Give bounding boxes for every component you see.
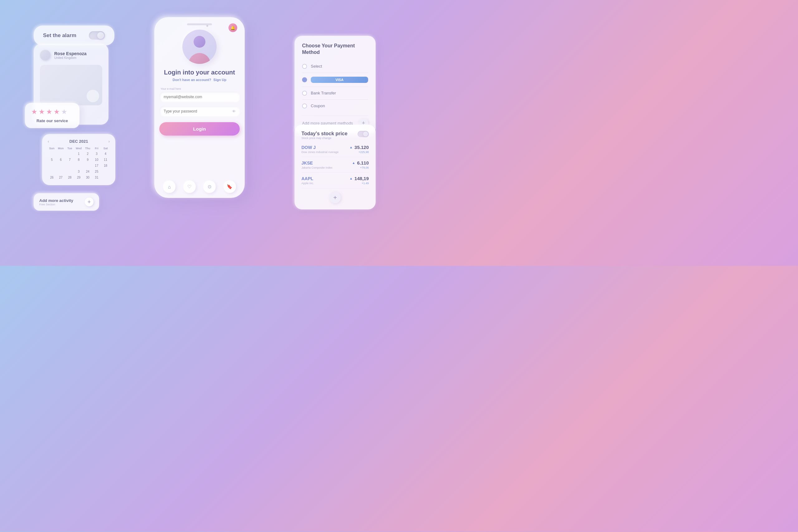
radio-bank[interactable] <box>302 91 307 96</box>
cal-day[interactable]: 18 <box>101 163 110 168</box>
rating-card: ★ ★ ★ ★ ★ Rate our service <box>25 103 79 128</box>
stock-value-aapl: 148,19 <box>355 176 369 181</box>
stock-row-bottom: Jakarta Composite Index +79,06 <box>301 166 369 169</box>
cal-day <box>65 151 74 156</box>
nav-home-button[interactable]: ⌂ <box>163 180 175 193</box>
stock-change-jkse: +79,06 <box>360 166 369 169</box>
cal-day[interactable]: 27 <box>57 175 65 180</box>
add-stock-button[interactable]: + <box>329 192 341 203</box>
scene: Set the alarm Rose Espenoza United Kingd… <box>0 0 399 266</box>
rating-label: Rate our service <box>31 118 73 123</box>
cal-day[interactable]: 11 <box>101 157 110 163</box>
cal-day <box>57 169 65 174</box>
stock-ticker-aapl: AAPL <box>301 176 313 181</box>
stock-name-dow: Dow Jones Industrial Average <box>301 151 339 154</box>
login-button[interactable]: Login <box>159 122 240 136</box>
cal-day[interactable]: 3 <box>93 151 101 156</box>
cal-day[interactable]: 6 <box>57 157 65 163</box>
cal-day[interactable]: 28 <box>65 175 74 180</box>
cal-header-mon: Mon <box>57 146 65 151</box>
sign-up-link[interactable]: Sign Up <box>213 78 227 82</box>
cal-day[interactable]: 2 <box>83 151 92 156</box>
cal-day[interactable]: 29 <box>75 175 83 180</box>
star-3[interactable]: ★ <box>46 108 52 116</box>
cal-day[interactable]: 1 <box>75 151 83 156</box>
stock-add-btn-container: + <box>301 192 369 203</box>
email-input-group: Your e-mail here <box>159 87 240 102</box>
cal-day[interactable]: 31 <box>93 175 101 180</box>
cal-day[interactable]: 8 <box>75 157 83 163</box>
profile-location: United Kingdom <box>54 56 86 59</box>
payment-select-label: Select <box>311 64 368 69</box>
cal-header-tue: Tue <box>65 146 74 151</box>
radio-visa[interactable] <box>302 77 307 82</box>
cal-day[interactable]: 4 <box>101 151 110 156</box>
payment-card: Choose Your Payment Method Select VISA B… <box>294 36 376 135</box>
stock-card: Today's stock price Stock price may chan… <box>294 125 376 209</box>
password-input[interactable] <box>159 106 240 117</box>
calendar-grid: Sun Mon Tue Wed Thu Fri Sat 1 2 3 4 5 6 … <box>48 146 110 180</box>
cal-day[interactable]: 24 <box>83 169 92 174</box>
payment-option-select[interactable]: Select <box>302 61 368 71</box>
cal-header-sun: Sun <box>48 146 56 151</box>
profile-name: Rose Espenoza <box>54 51 86 56</box>
stock-value-jkse: 6.110 <box>357 160 369 166</box>
cal-day[interactable]: 10 <box>93 157 101 163</box>
stock-ticker-dow: DOW J <box>301 145 316 150</box>
login-title: Login into your account <box>164 69 235 76</box>
add-activity-button[interactable]: + <box>85 197 94 206</box>
alarm-toggle[interactable] <box>89 31 105 40</box>
eye-icon[interactable]: 👁 <box>232 109 236 114</box>
cal-day <box>101 169 110 174</box>
divider <box>302 99 368 100</box>
cal-day[interactable]: 7 <box>65 157 74 163</box>
star-5[interactable]: ★ <box>61 108 67 116</box>
nav-heart-button[interactable]: ♡ <box>183 180 196 193</box>
stock-change-aapl: +1.49 <box>362 182 369 185</box>
star-2[interactable]: ★ <box>39 108 45 116</box>
cal-day[interactable]: 30 <box>83 175 92 180</box>
star-4[interactable]: ★ <box>54 108 60 116</box>
stock-toggle[interactable] <box>358 131 369 137</box>
cal-day[interactable]: 5 <box>48 157 56 163</box>
cal-prev-btn[interactable]: ‹ <box>48 139 49 144</box>
profile-image <box>40 65 102 105</box>
phone-frame: 🔔 Login into your account Don't have an … <box>154 17 245 198</box>
nav-settings-button[interactable]: ⊙ <box>203 180 216 193</box>
payment-option-bank[interactable]: Bank Transfer <box>302 88 368 98</box>
cal-next-btn[interactable]: › <box>109 139 110 144</box>
email-label: Your e-mail here <box>159 87 240 90</box>
stock-ticker-jkse: JKSE <box>301 160 313 166</box>
cal-day <box>65 169 74 174</box>
visa-badge: VISA <box>311 77 368 83</box>
cal-day <box>65 163 74 168</box>
star-rating[interactable]: ★ ★ ★ ★ ★ <box>31 108 73 116</box>
toggle-knob <box>97 32 104 39</box>
calendar-card: ‹ DEC 2021 › Sun Mon Tue Wed Thu Fri Sat… <box>42 134 115 185</box>
avatar-body <box>189 53 210 64</box>
calendar-header: ‹ DEC 2021 › <box>48 139 110 144</box>
payment-option-coupon[interactable]: Coupon <box>302 101 368 111</box>
radio-coupon[interactable] <box>302 103 307 109</box>
phone-navbar: ⌂ ♡ ⊙ 🔖 <box>159 177 240 193</box>
star-1[interactable]: ★ <box>31 108 37 116</box>
email-input[interactable] <box>159 92 240 102</box>
cal-day[interactable]: 9 <box>83 157 92 163</box>
stock-row-bottom: Dow Jones Industrial Average +225,98 <box>301 151 369 154</box>
cal-day <box>48 163 56 168</box>
payment-bank-label: Bank Transfer <box>311 91 368 95</box>
cal-day[interactable]: 3 <box>75 169 83 174</box>
cal-header-fri: Fri <box>93 146 101 151</box>
radio-select[interactable] <box>302 64 307 69</box>
nav-bookmark-button[interactable]: 🔖 <box>224 180 236 193</box>
cal-header-thu: Thu <box>83 146 92 151</box>
notification-bell-icon[interactable]: 🔔 <box>228 23 237 32</box>
cal-day[interactable]: 26 <box>48 175 56 180</box>
payment-coupon-label: Coupon <box>311 103 368 108</box>
cal-day[interactable]: 17 <box>93 163 101 168</box>
stock-value-group: ▲ 148,19 <box>349 176 369 181</box>
payment-option-visa[interactable]: VISA <box>302 74 368 86</box>
stock-subtitle: Stock price may change <box>301 136 347 140</box>
cal-day <box>48 169 56 174</box>
cal-day[interactable]: 25 <box>93 169 101 174</box>
